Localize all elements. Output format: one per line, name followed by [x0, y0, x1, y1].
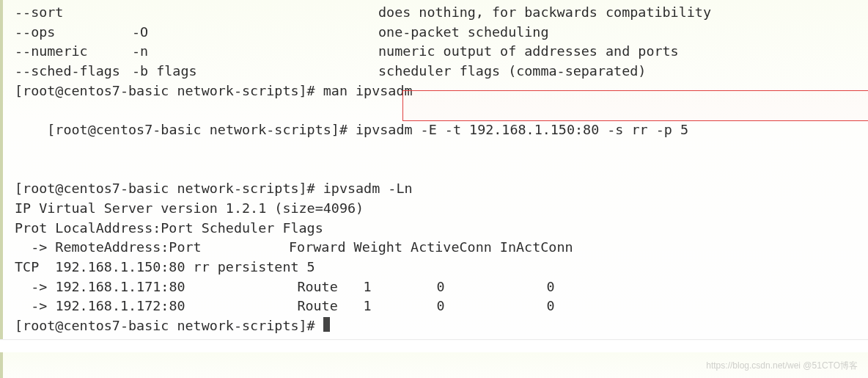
opt-desc: numeric output of addresses and ports — [378, 43, 679, 59]
help-row-sort: --sortdoes nothing, for backwards compat… — [15, 3, 868, 23]
cmd-text[interactable]: ipvsadm -E -t 192.168.1.150:80 -s rr -p … — [356, 122, 688, 137]
cmd-row-man: [root@centos7-basic network-scripts]# ma… — [15, 81, 868, 101]
shell-prompt: [root@centos7-basic network-scripts]# — [47, 122, 356, 137]
real-addr: 192.168.1.172:80 — [55, 297, 297, 316]
ipvs-header-left: -> RemoteAddress:Port — [15, 238, 289, 258]
shell-prompt: [root@centos7-basic network-scripts]# — [15, 318, 323, 333]
help-row-sched-flags: --sched-flags-b flagsscheduler flags (co… — [15, 62, 868, 81]
ipvs-version-line: IP Virtual Server version 1.2.1 (size=40… — [3, 199, 868, 219]
opt-long: --sched-flags — [15, 62, 132, 81]
real-active: 0 — [436, 277, 546, 297]
ipvs-vip-line: TCP 192.168.1.150:80 rr persistent 5 — [3, 258, 868, 277]
real-active: 0 — [436, 297, 546, 316]
opt-desc: scheduler flags (comma-separated) — [378, 63, 646, 79]
opt-long: --sort — [15, 3, 132, 23]
terminal-block-1: --sortdoes nothing, for backwards compat… — [0, 0, 868, 339]
opt-desc: does nothing, for backwards compatibilit… — [378, 4, 711, 20]
cmd-row-set: [root@centos7-basic network-scripts]# ip… — [15, 355, 868, 378]
real-forward: Route — [297, 277, 363, 297]
real-addr: 192.168.1.171:80 — [55, 277, 297, 297]
cmd-text[interactable]: ipvsadm -Ln — [323, 181, 413, 196]
idle-prompt-row: [root@centos7-basic network-scripts]# — [15, 316, 868, 336]
cmd-row-list: [root@centos7-basic network-scripts]# ip… — [15, 179, 868, 199]
shell-prompt: [root@centos7-basic network-scripts]# — [15, 181, 323, 196]
ipvs-header-2: -> RemoteAddress:PortForward Weight Acti… — [15, 238, 868, 258]
help-row-numeric: --numeric-nnumeric output of addresses a… — [15, 42, 868, 62]
real-arrow: -> — [15, 279, 55, 294]
opt-short: -n — [132, 42, 378, 62]
real-weight: 1 — [363, 277, 436, 297]
opt-long: --ops — [15, 23, 132, 43]
opt-long: --numeric — [15, 42, 132, 62]
cmd-text[interactable]: man ipvsadm — [323, 83, 413, 98]
text-cursor[interactable] — [323, 317, 330, 332]
opt-short: -O — [132, 23, 378, 43]
real-forward: Route — [297, 297, 363, 316]
opt-short: -b flags — [132, 62, 378, 81]
ipvs-header-1: Prot LocalAddress:Port Scheduler Flags — [3, 219, 868, 239]
ipvs-header-cols: Forward Weight ActiveConn InActConn — [289, 239, 573, 255]
help-row-ops: --ops-Oone-packet scheduling — [15, 23, 868, 43]
shell-prompt: [root@centos7-basic network-scripts]# — [15, 83, 323, 98]
ipvs-real-row: -> 192.168.1.172:80Route100 — [15, 297, 868, 316]
real-inact: 0 — [546, 298, 554, 313]
watermark-text: https://blog.csdn.net/wei @51CTO博客 — [706, 360, 858, 372]
ipvs-real-row: -> 192.168.1.171:80Route100 — [15, 277, 868, 297]
cmd-row-edit: [root@centos7-basic network-scripts]# ip… — [15, 101, 868, 179]
real-arrow: -> — [15, 298, 55, 313]
real-inact: 0 — [546, 279, 554, 294]
terminal-block-2: [root@centos7-basic network-scripts]# ip… — [0, 352, 868, 378]
real-weight: 1 — [363, 297, 436, 316]
opt-desc: one-packet scheduling — [378, 24, 549, 40]
